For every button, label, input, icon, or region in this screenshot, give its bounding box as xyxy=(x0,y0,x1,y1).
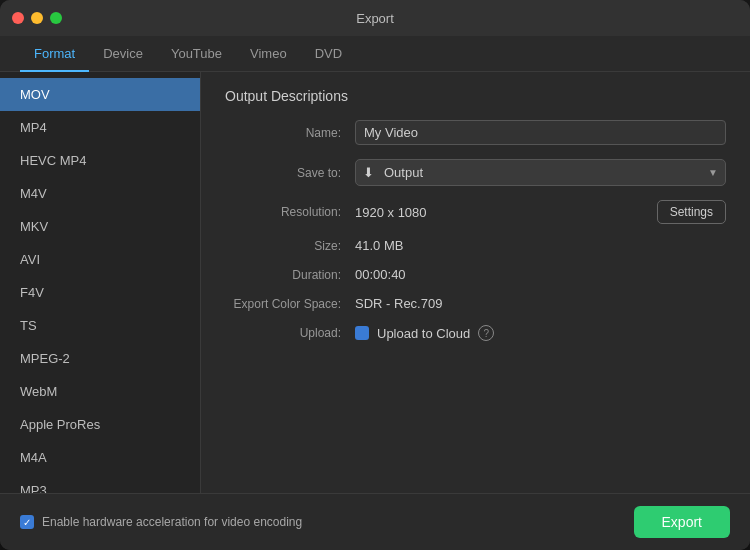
save-to-icon: ⬇ xyxy=(363,165,374,180)
save-to-row: Save to: ⬇ Output ▼ xyxy=(225,159,726,186)
resolution-container: 1920 x 1080 Settings xyxy=(355,200,726,224)
main-content: MOV MP4 HEVC MP4 M4V MKV AVI F4V TS MPEG… xyxy=(0,72,750,493)
size-value: 41.0 MB xyxy=(355,238,726,253)
color-space-value: SDR - Rec.709 xyxy=(355,296,726,311)
format-item-avi[interactable]: AVI xyxy=(0,243,200,276)
format-item-mkv[interactable]: MKV xyxy=(0,210,200,243)
format-item-m4v[interactable]: M4V xyxy=(0,177,200,210)
size-row: Size: 41.0 MB xyxy=(225,238,726,253)
bottom-bar: ✓ Enable hardware acceleration for video… xyxy=(0,493,750,550)
format-item-ts[interactable]: TS xyxy=(0,309,200,342)
hw-accel-label: Enable hardware acceleration for video e… xyxy=(42,515,302,529)
tab-youtube[interactable]: YouTube xyxy=(157,36,236,71)
format-item-hevc-mp4[interactable]: HEVC MP4 xyxy=(0,144,200,177)
output-panel: Output Descriptions Name: Save to: ⬇ Out… xyxy=(201,72,750,493)
checkmark-icon: ✓ xyxy=(23,517,31,528)
tab-dvd[interactable]: DVD xyxy=(301,36,356,71)
format-item-mp4[interactable]: MP4 xyxy=(0,111,200,144)
format-list: MOV MP4 HEVC MP4 M4V MKV AVI F4V TS MPEG… xyxy=(0,72,200,493)
save-to-container: ⬇ Output ▼ xyxy=(355,159,726,186)
duration-row: Duration: 00:00:40 xyxy=(225,267,726,282)
traffic-lights xyxy=(12,12,62,24)
upload-row: Upload: Upload to Cloud ? xyxy=(225,325,726,341)
info-icon[interactable]: ? xyxy=(478,325,494,341)
hw-accel-container: ✓ Enable hardware acceleration for video… xyxy=(20,515,634,529)
format-item-mp3[interactable]: MP3 xyxy=(0,474,200,493)
color-space-row: Export Color Space: SDR - Rec.709 xyxy=(225,296,726,311)
maximize-button[interactable] xyxy=(50,12,62,24)
settings-button[interactable]: Settings xyxy=(657,200,726,224)
upload-label: Upload: xyxy=(225,326,355,340)
format-item-mov[interactable]: MOV xyxy=(0,78,200,111)
resolution-label: Resolution: xyxy=(225,205,355,219)
duration-label: Duration: xyxy=(225,268,355,282)
name-row: Name: xyxy=(225,120,726,145)
export-button[interactable]: Export xyxy=(634,506,730,538)
format-item-f4v[interactable]: F4V xyxy=(0,276,200,309)
resolution-value: 1920 x 1080 xyxy=(355,205,645,220)
tab-device[interactable]: Device xyxy=(89,36,157,71)
save-to-select[interactable]: Output xyxy=(355,159,726,186)
tabs-bar: Format Device YouTube Vimeo DVD xyxy=(0,36,750,72)
panel-title: Output Descriptions xyxy=(225,88,726,104)
hw-accel-checkbox[interactable]: ✓ xyxy=(20,515,34,529)
close-button[interactable] xyxy=(12,12,24,24)
color-space-label: Export Color Space: xyxy=(225,297,355,311)
export-window: Export Format Device YouTube Vimeo DVD M… xyxy=(0,0,750,550)
resolution-row: Resolution: 1920 x 1080 Settings xyxy=(225,200,726,224)
format-item-webm[interactable]: WebM xyxy=(0,375,200,408)
titlebar: Export xyxy=(0,0,750,36)
upload-container: Upload to Cloud ? xyxy=(355,325,494,341)
name-label: Name: xyxy=(225,126,355,140)
format-item-mpeg2[interactable]: MPEG-2 xyxy=(0,342,200,375)
format-item-apple-prores[interactable]: Apple ProRes xyxy=(0,408,200,441)
window-title: Export xyxy=(356,11,394,26)
tab-vimeo[interactable]: Vimeo xyxy=(236,36,301,71)
name-input[interactable] xyxy=(355,120,726,145)
upload-to-cloud-label: Upload to Cloud xyxy=(377,326,470,341)
tab-format[interactable]: Format xyxy=(20,36,89,71)
size-label: Size: xyxy=(225,239,355,253)
duration-value: 00:00:40 xyxy=(355,267,726,282)
upload-to-cloud-checkbox[interactable] xyxy=(355,326,369,340)
minimize-button[interactable] xyxy=(31,12,43,24)
format-item-m4a[interactable]: M4A xyxy=(0,441,200,474)
save-to-label: Save to: xyxy=(225,166,355,180)
